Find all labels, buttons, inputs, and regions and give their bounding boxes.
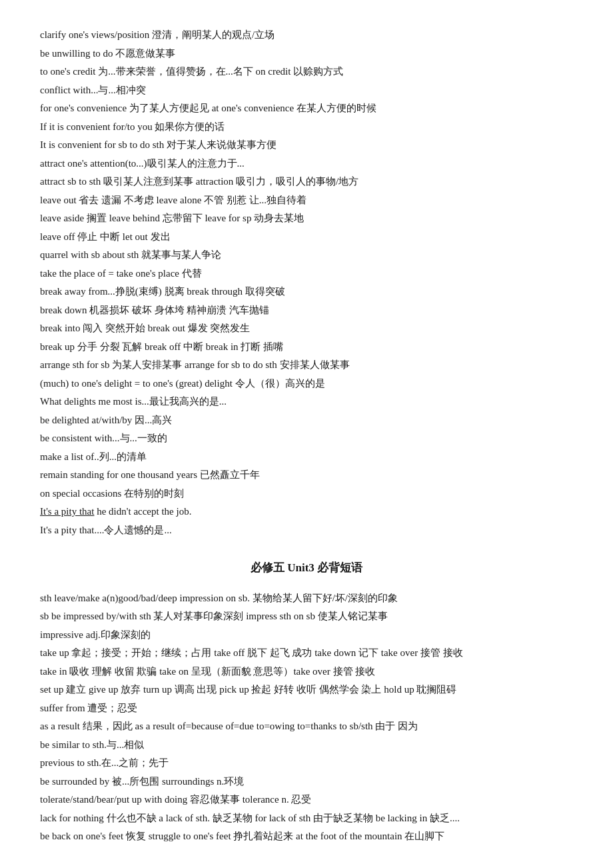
line-12: leave off 停止 中断 let out 发出 [40,229,573,246]
line-35: take up 拿起；接受；开始；继续；占用 take off 脱下 起飞 成功… [40,645,573,662]
line-38: suffer from 遭受；忍受 [40,700,573,717]
line-41: previous to sth.在...之前；先于 [40,755,573,772]
line-20: (much) to one's delight = to one's (grea… [40,375,573,393]
line-4: conflict with...与...相冲突 [40,82,573,99]
line-15: break away from...挣脱(束缚) 脱离 break throug… [40,283,573,301]
line-13: quarrel with sb about sth 就某事与某人争论 [40,247,573,264]
line-3: to one's credit 为...带来荣誉，值得赞扬，在...名下 on … [40,63,573,81]
line-5: for one's convenience 为了某人方便起见 at one's … [40,100,573,117]
line-10: leave out 省去 遗漏 不考虑 leave alone 不管 别惹 让.… [40,192,573,209]
line-43: tolerate/stand/bear/put up with doing 容忍… [40,791,573,809]
line-36: take in 吸收 理解 收留 欺骗 take on 呈现（新面貌 意思等）t… [40,663,573,681]
line-17: break into 闯入 突然开始 break out 爆发 突然发生 [40,320,573,337]
line-7: It is convenient for sb to do sth 对于某人来说… [40,137,573,154]
line-28: It's a pity that....令人遗憾的是... [40,522,573,539]
line-11: leave aside 搁置 leave behind 忘带留下 leave f… [40,210,573,227]
line-2: be unwilling to do 不愿意做某事 [40,45,573,63]
line-26: on special occasions 在特别的时刻 [40,485,573,503]
line-16: break down 机器损坏 破坏 身体垮 精神崩溃 汽车抛锚 [40,302,573,319]
line-32: sth leave/make a(n)good/bad/deep impress… [40,590,573,607]
section-title: 必修五 Unit3 必背短语 [40,559,573,578]
line-19: arrange sth for sb 为某人安排某事 arrange for s… [40,357,573,374]
line-22: be delighted at/with/by 因...高兴 [40,412,573,429]
line-9: attract sb to sth 吸引某人注意到某事 attraction 吸… [40,173,573,191]
line-44: lack for nothing 什么也不缺 a lack of sth. 缺乏… [40,810,573,827]
line-6: If it is convenient for/to you 如果你方便的话 [40,119,573,136]
line-27: It's a pity that he didn't accept the jo… [40,503,573,521]
page-content: clarify one's views/position 澄清，阐明某人的观点/… [40,27,573,845]
line-8: attract one's attention(to...)吸引某人的注意力于.… [40,155,573,173]
line-42: be surrounded by 被...所包围 surroundings n.… [40,773,573,791]
line-34: impressive adj.印象深刻的 [40,627,573,644]
underlined-text: It's a pity that [40,506,94,517]
line-33: sb be impressed by/with sth 某人对某事印象深刻 im… [40,608,573,625]
line-40: be similar to sth.与...相似 [40,737,573,754]
normal-text: he didn't accept the job. [94,506,191,517]
line-45: be back on one's feet 恢复 struggle to one… [40,828,573,845]
line-39: as a result 结果，因此 as a result of=because… [40,718,573,735]
line-24: make a list of..列...的清单 [40,449,573,466]
line-18: break up 分手 分裂 瓦解 break off 中断 break in … [40,339,573,356]
line-25: remain standing for one thousand years 已… [40,467,573,484]
line-14: take the place of = take one's place 代替 [40,265,573,283]
line-21: What delights me most is...最让我高兴的是... [40,393,573,411]
line-37: set up 建立 give up 放弃 turn up 调高 出现 pick … [40,681,573,699]
line-23: be consistent with...与...一致的 [40,430,573,447]
line-1: clarify one's views/position 澄清，阐明某人的观点/… [40,27,573,44]
